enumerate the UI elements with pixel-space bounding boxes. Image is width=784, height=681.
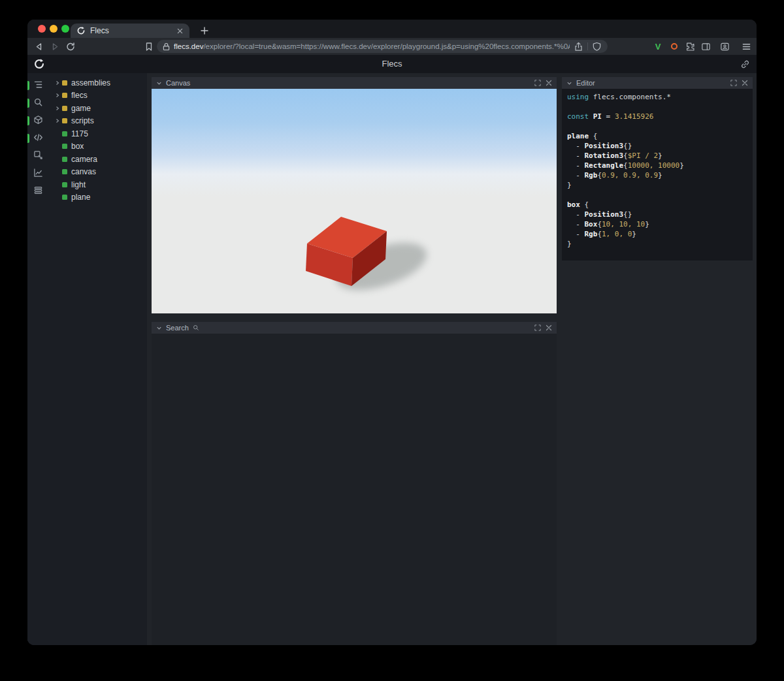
desktop-background: Flecs: [0, 0, 784, 681]
code-line: const PI = 3.1415926: [567, 112, 747, 121]
tree-item-label: light: [71, 180, 86, 189]
stats-icon: [33, 185, 43, 198]
minimize-window-button[interactable]: [50, 25, 57, 33]
canvas-3d-viewport[interactable]: [152, 89, 557, 313]
extensions-puzzle-icon[interactable]: [684, 40, 696, 52]
entity-color-badge: [62, 106, 67, 111]
expand-chevron-icon[interactable]: [54, 105, 61, 112]
shield-icon[interactable]: [592, 42, 602, 52]
expand-chevron-icon[interactable]: [54, 118, 61, 124]
inspect-icon: [33, 150, 43, 163]
expand-panel-icon[interactable]: [730, 80, 737, 87]
active-panel-indicator: [27, 134, 29, 143]
tree-item-box[interactable]: box: [49, 140, 147, 153]
entity-color-badge: [62, 93, 67, 98]
rail-item-canvas-3d[interactable]: [27, 115, 49, 127]
tree-item-1175[interactable]: 1175: [49, 127, 147, 140]
3d-scene: [152, 89, 557, 313]
divider: [587, 42, 588, 50]
rail-item-script-editor[interactable]: [27, 133, 49, 144]
chevron-down-icon[interactable]: [566, 80, 572, 86]
expand-panel-icon[interactable]: [534, 80, 541, 87]
back-icon[interactable]: [33, 41, 44, 52]
tree-item-label: camera: [71, 155, 97, 164]
entity-color-badge: [62, 157, 67, 162]
entity-color-badge: [62, 131, 67, 136]
code-line: using flecs.components.*: [567, 92, 747, 102]
code-line: - Position3{}: [567, 141, 747, 151]
entity-color-badge: [62, 182, 67, 187]
chevron-down-icon[interactable]: [156, 325, 162, 331]
extension-v-icon[interactable]: V: [652, 40, 664, 52]
rail-item-inspector[interactable]: [27, 150, 49, 162]
rail-item-query-search[interactable]: [27, 97, 49, 109]
left-rail: [27, 73, 49, 645]
entity-color-badge: [62, 80, 67, 86]
forward-icon[interactable]: [49, 41, 60, 52]
close-panel-icon[interactable]: [545, 80, 552, 87]
chevron-down-icon[interactable]: [156, 80, 162, 86]
rail-item-entity-tree[interactable]: [27, 80, 49, 91]
entity-color-badge: [62, 118, 67, 123]
lock-icon[interactable]: [163, 42, 170, 51]
code-line: plane {: [567, 131, 747, 141]
tab-strip: Flecs: [27, 20, 757, 38]
tree-item-canvas[interactable]: canvas: [49, 166, 147, 179]
profile-icon[interactable]: [719, 40, 730, 52]
entity-tree-panel: assembliesflecsgamescripts1175boxcamerac…: [49, 73, 147, 645]
zoom-window-button[interactable]: [61, 25, 69, 33]
browser-window: Flecs: [27, 20, 757, 645]
tree-item-scripts[interactable]: scripts: [49, 115, 147, 128]
expand-chevron-icon[interactable]: [54, 80, 61, 86]
bookmark-icon[interactable]: [143, 41, 154, 52]
search-panel-body[interactable]: [152, 334, 557, 645]
tree-item-plane[interactable]: plane: [49, 191, 147, 204]
share-link-icon[interactable]: [740, 59, 750, 69]
tree-item-flecs[interactable]: flecs: [49, 89, 147, 103]
tree-item-label: assemblies: [71, 78, 110, 87]
new-tab-button[interactable]: [197, 24, 212, 38]
tree-item-label: flecs: [71, 91, 88, 100]
search-panel-title: Search: [166, 324, 189, 332]
extension-circle-icon[interactable]: [668, 40, 680, 52]
expand-panel-icon[interactable]: [534, 325, 541, 332]
close-window-button[interactable]: [38, 25, 46, 33]
main-content: assembliesflecsgamescripts1175boxcamerac…: [27, 73, 757, 645]
sidebar-toggle-icon[interactable]: [700, 40, 711, 52]
browser-tab[interactable]: Flecs: [71, 24, 189, 38]
expand-chevron-icon[interactable]: [54, 92, 61, 99]
tree-item-camera[interactable]: camera: [49, 153, 147, 166]
tab-close-icon[interactable]: [176, 27, 184, 35]
code-icon: [33, 133, 43, 145]
url-domain: flecs.dev: [174, 42, 203, 50]
code-line: - Rotation3{$PI / 2}: [567, 151, 747, 161]
tree-item-label: plane: [71, 193, 90, 202]
rail-item-commands[interactable]: [27, 185, 49, 197]
url-text[interactable]: flecs.dev/explorer/?local=true&wasm=http…: [174, 42, 570, 50]
tree-item-game[interactable]: game: [49, 102, 147, 115]
tree-item-assemblies[interactable]: assemblies: [49, 76, 147, 89]
page-title: Flecs: [27, 55, 757, 73]
share-icon[interactable]: [574, 42, 583, 52]
canvas-panel-title: Canvas: [166, 79, 190, 87]
entity-color-badge: [62, 144, 67, 149]
search-icon: [193, 325, 200, 332]
code-editor[interactable]: using flecs.components.* const PI = 3.14…: [562, 89, 753, 261]
rail-item-statistics[interactable]: [27, 168, 49, 180]
code-line: }: [567, 180, 747, 190]
tree-item-label: scripts: [71, 116, 94, 125]
code-line: [567, 190, 747, 200]
tree-icon: [33, 80, 43, 92]
chevron-placeholder: [54, 182, 61, 188]
close-panel-icon[interactable]: [741, 80, 748, 87]
entity-color-badge: [62, 169, 67, 174]
chevron-placeholder: [54, 131, 61, 137]
address-bar[interactable]: flecs.dev/explorer/?local=true&wasm=http…: [157, 40, 608, 53]
flecs-logo-icon[interactable]: [33, 58, 45, 70]
editor-panel-title: Editor: [576, 79, 595, 87]
menu-icon[interactable]: [740, 40, 752, 52]
tree-item-light[interactable]: light: [49, 178, 147, 191]
reload-icon[interactable]: [65, 41, 76, 52]
close-panel-icon[interactable]: [545, 325, 552, 332]
code-line: - Rectangle{10000, 10000}: [567, 161, 747, 170]
